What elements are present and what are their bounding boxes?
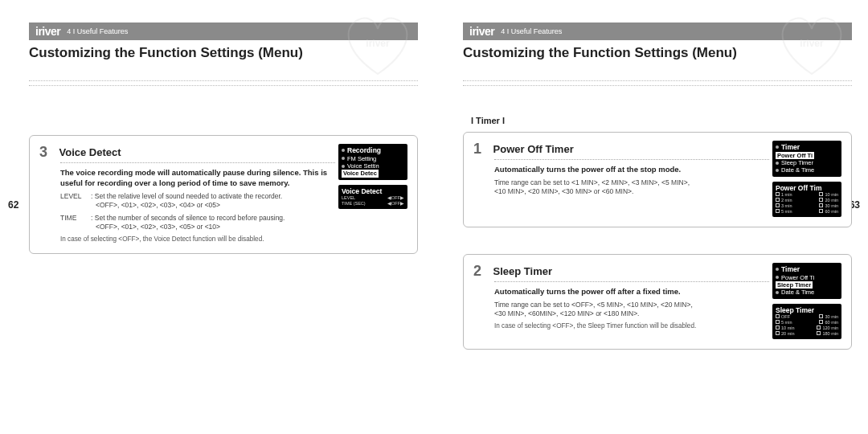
step-number: 3 [39, 144, 57, 161]
step-heading: Voice Detect [59, 144, 121, 158]
brand-logo: iriver [35, 25, 60, 38]
card-voice-detect: 3 Voice Detect The voice recording mode … [29, 135, 418, 254]
card-screens: Timer Power Off Ti Sleep Timer Date & Ti… [769, 141, 841, 217]
chapter-label: 4 I Useful Features [501, 27, 562, 35]
bullet-icon [342, 157, 345, 160]
step-body: Automatically turns the power off after … [494, 287, 769, 297]
step-body: Automatically turns the power off at the… [494, 165, 769, 175]
lcd-power-off-opts: Power Off Tim 1 min10 min 2 min20 min 3 … [772, 182, 841, 217]
divider [60, 162, 335, 163]
divider [463, 80, 852, 81]
card-screens: Timer Power Off Ti Sleep Timer Date & Ti… [769, 263, 841, 339]
bullet-icon [776, 268, 779, 271]
lcd-voice-detect: Voice Detect LEVEL◀OFF▶ TIME (SEC)◀OFF▶ [338, 185, 407, 209]
step-detail: Time range can be set to <1 MIN>, <2 MIN… [494, 178, 769, 197]
divider [29, 80, 418, 81]
bullet-icon [776, 169, 779, 172]
page-title: Customizing the Function Settings (Menu) [463, 45, 737, 61]
card-body: 3 Voice Detect The voice recording mode … [39, 144, 335, 244]
step-detail: Time range can be set to <OFF>, <5 MIN>,… [494, 301, 769, 319]
card-body: 1 Power Off Timer Automatically turns th… [473, 141, 769, 217]
page-spread: iriver 4 I Useful Features iriver Custom… [0, 0, 868, 434]
bullet-icon [776, 145, 779, 149]
section-label-timer: I Timer I [471, 116, 505, 125]
divider [494, 281, 769, 282]
bullet-icon [776, 276, 779, 279]
page-left: iriver 4 I Useful Features iriver Custom… [0, 0, 434, 434]
header-bar: iriver 4 I Useful Features [29, 23, 418, 40]
page-title: Customizing the Function Settings (Menu) [29, 45, 303, 61]
step-number: 2 [473, 263, 491, 280]
detail-level: LEVEL: Set the relative level of sound n… [60, 192, 335, 211]
step-note: In case of selecting <OFF>, the Sleep Ti… [494, 322, 769, 330]
header-bar: iriver 4 I Useful Features [463, 23, 852, 40]
detail-time: TIME: Set the number of seconds of silen… [60, 214, 335, 232]
brand-logo: iriver [469, 25, 494, 38]
bullet-icon [776, 291, 779, 294]
card-body: 2 Sleep Timer Automatically turns the po… [473, 263, 769, 339]
step-number: 1 [473, 141, 491, 158]
watermark-heart-icon: iriver [338, 8, 418, 80]
step-heading: Sleep Timer [493, 263, 552, 277]
step-note: In case of selecting <OFF>, the Voice De… [60, 235, 335, 243]
lcd-menu-timer: Timer Power Off Ti Sleep Timer Date & Ti… [772, 263, 841, 299]
card-sleep-timer: 2 Sleep Timer Automatically turns the po… [463, 254, 852, 350]
page-right: iriver 4 I Useful Features iriver Custom… [434, 0, 868, 434]
card-screens: Recording FM Setting Voice Settin Voice … [335, 144, 407, 244]
bullet-icon [342, 165, 345, 168]
step-body: The voice recording mode will automatica… [60, 168, 335, 189]
lcd-sleep-opts: Sleep Timer OFF30 min 5 min60 min 10 min… [772, 304, 841, 339]
divider [29, 85, 418, 86]
divider [463, 85, 852, 86]
divider [494, 159, 769, 160]
chapter-label: 4 I Useful Features [67, 27, 128, 35]
lcd-menu-timer: Timer Power Off Ti Sleep Timer Date & Ti… [772, 141, 841, 177]
lcd-menu-recording: Recording FM Setting Voice Settin Voice … [338, 144, 407, 180]
step-heading: Power Off Timer [493, 141, 574, 155]
page-number: 62 [8, 199, 18, 211]
watermark-heart-icon: iriver [772, 8, 852, 80]
bullet-icon [776, 162, 779, 165]
card-power-off-timer: 1 Power Off Timer Automatically turns th… [463, 132, 852, 227]
bullet-icon [342, 149, 345, 152]
